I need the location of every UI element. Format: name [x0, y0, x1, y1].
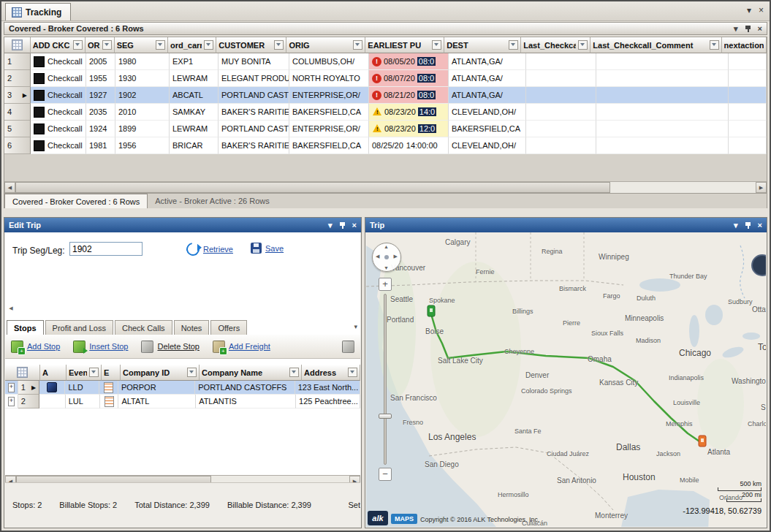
filter-icon[interactable]: [102, 40, 112, 50]
table-row[interactable]: 1 Checkcall 2005 1980 EXP1 MUY BONITA CO…: [4, 53, 767, 70]
column-header-company-name[interactable]: Company Name: [200, 365, 302, 381]
pan-center-icon[interactable]: [384, 255, 389, 259]
checkcall-button[interactable]: Checkcall: [48, 74, 83, 83]
checkcall-color-box: [34, 56, 45, 67]
table-row[interactable]: 4 Checkcall 2035 2010 SAMKAY BAKER'S RAR…: [4, 104, 767, 121]
trip-seg-input[interactable]: [69, 242, 143, 256]
zoom-slider-track[interactable]: [384, 294, 387, 465]
map-city-label: Denver: [525, 371, 549, 379]
save-button[interactable]: Save: [251, 243, 284, 254]
row-number-cell: 4: [4, 104, 31, 121]
column-header-nextaction[interactable]: nextaction: [722, 37, 767, 53]
filter-icon[interactable]: [73, 40, 83, 50]
table-row-selected[interactable]: 3▶ Checkcall 1927 1902 ABCATL PORTLAND C…: [4, 87, 767, 104]
retrieve-button[interactable]: Retrieve: [186, 243, 233, 256]
expand-icon[interactable]: [8, 383, 15, 392]
form-scroll-left-button[interactable]: ◀: [7, 304, 15, 313]
window-close-button[interactable]: ×: [759, 5, 764, 15]
column-header-last-checkcall[interactable]: Last_Checkcall: [521, 37, 590, 53]
tab-list-dropdown[interactable]: ▾: [354, 323, 357, 330]
map-pan-control[interactable]: ▲ ▼ ◀ ▶: [372, 243, 401, 272]
filter-icon[interactable]: [710, 40, 719, 50]
zoom-in-button[interactable]: +: [379, 278, 392, 291]
tab-check-calls[interactable]: Check Calls: [115, 320, 172, 335]
zoom-out-button[interactable]: −: [379, 468, 392, 481]
filter-icon[interactable]: [353, 40, 362, 50]
column-header-earliest-pu[interactable]: EARLIEST PU: [365, 37, 444, 53]
column-header-customer[interactable]: CUSTOMER: [216, 37, 286, 53]
trip-pin-icon[interactable]: [745, 221, 751, 229]
tab-covered-board[interactable]: Covered - Broker Covered : 6 Rows: [4, 194, 148, 208]
cell-nextaction: [729, 70, 767, 87]
filter-icon[interactable]: [204, 40, 213, 50]
pan-right-icon[interactable]: ▶: [394, 254, 398, 259]
edit-trip-menu-button[interactable]: ▾: [328, 220, 333, 230]
scroll-left-button[interactable]: ◀: [4, 182, 15, 193]
checkcall-button[interactable]: Checkcall: [48, 124, 83, 133]
table-row[interactable]: 2 Checkcall 1955 1930 LEWRAM ELEGANT PRO…: [4, 70, 767, 87]
freight-tool-button[interactable]: [342, 341, 354, 353]
column-header-e[interactable]: E: [102, 365, 121, 381]
stop-row-selected[interactable]: 1▶ LLD PORPOR PORTLAND CASTOFFS 123 East…: [5, 381, 360, 395]
column-header-address[interactable]: Address: [302, 365, 360, 381]
filter-icon[interactable]: [187, 368, 197, 377]
tab-stops[interactable]: Stops: [7, 320, 44, 335]
select-all-header[interactable]: [5, 365, 40, 381]
covered-pin-icon[interactable]: [745, 25, 751, 33]
edit-trip-pin-icon[interactable]: [339, 221, 346, 229]
scroll-thumb[interactable]: [15, 182, 610, 193]
insert-stop-button[interactable]: Insert Stop: [73, 341, 128, 353]
column-header-ord[interactable]: ORD: [86, 37, 115, 53]
filter-icon[interactable]: [156, 40, 165, 50]
table-row[interactable]: 6 Checkcall 1981 1956 BRICAR BAKER'S RAR…: [4, 137, 767, 154]
tab-notes[interactable]: Notes: [174, 320, 210, 335]
select-all-header[interactable]: [4, 37, 31, 53]
scroll-track[interactable]: [610, 182, 756, 193]
covered-grid-hscrollbar[interactable]: ◀ ▶: [4, 181, 767, 193]
tab-tracking[interactable]: Tracking: [5, 3, 71, 20]
add-freight-button[interactable]: Add Freight: [213, 341, 270, 353]
tab-active-board[interactable]: Active - Broker Active : 26 Rows: [148, 194, 277, 208]
tab-profit-and-loss[interactable]: Profit and Loss: [45, 320, 113, 335]
checkcall-button[interactable]: Checkcall: [48, 141, 83, 150]
stop-row[interactable]: 2 LUL ALTATL ATLANTIS 125 Peachtree...: [5, 395, 360, 408]
checkcall-button[interactable]: Checkcall: [48, 107, 83, 116]
column-header-add-ckc[interactable]: ADD CKC: [31, 37, 86, 53]
column-header-dest[interactable]: DEST: [444, 37, 521, 53]
filter-icon[interactable]: [348, 368, 357, 377]
window-menu-button[interactable]: ▾: [747, 5, 751, 15]
checkcall-button[interactable]: Checkcall: [48, 57, 83, 66]
filter-icon[interactable]: [289, 368, 299, 377]
filter-icon[interactable]: [578, 40, 588, 50]
zoom-slider-handle[interactable]: [379, 414, 392, 419]
cell-orig: ENTERPRISE,OR/: [289, 87, 369, 104]
tab-offers[interactable]: Offers: [210, 320, 247, 335]
cell-seg: 1899: [115, 121, 170, 137]
column-header-a[interactable]: A: [40, 365, 67, 381]
edit-trip-close-button[interactable]: ×: [352, 220, 357, 230]
add-stop-button[interactable]: Add Stop: [11, 341, 60, 353]
filter-icon[interactable]: [509, 40, 518, 50]
pan-left-icon[interactable]: ◀: [376, 254, 379, 259]
trip-close-button[interactable]: ×: [758, 220, 762, 230]
column-header-seg[interactable]: SEG: [115, 37, 168, 53]
delete-stop-button[interactable]: Delete Stop: [141, 341, 199, 353]
filter-icon[interactable]: [274, 40, 284, 50]
column-header-orig[interactable]: ORIG: [286, 37, 365, 53]
covered-close-button[interactable]: ×: [758, 23, 762, 34]
filter-icon[interactable]: [89, 368, 99, 377]
route-map[interactable]: Calgary Regina Winnipeg Vancouver Fernie…: [366, 232, 766, 527]
pan-down-icon[interactable]: ▼: [384, 265, 389, 270]
expand-icon[interactable]: [8, 397, 15, 406]
checkcall-button[interactable]: Checkcall: [48, 91, 83, 99]
column-header-last-checkcall-comment[interactable]: Last_Checkcall_Comment: [590, 37, 721, 53]
covered-menu-button[interactable]: ▾: [734, 23, 738, 34]
pan-up-icon[interactable]: ▲: [384, 244, 389, 249]
column-header-event[interactable]: Even: [67, 365, 102, 381]
column-header-company-id[interactable]: Company ID: [121, 365, 200, 381]
table-row[interactable]: 5 Checkcall 1924 1899 LEWRAM PORTLAND CA…: [4, 121, 767, 137]
trip-menu-button[interactable]: ▾: [734, 220, 738, 230]
filter-icon[interactable]: [432, 40, 441, 50]
column-header-ord-carrier[interactable]: ord_carrie: [168, 37, 216, 53]
scroll-right-button[interactable]: ▶: [756, 182, 767, 193]
